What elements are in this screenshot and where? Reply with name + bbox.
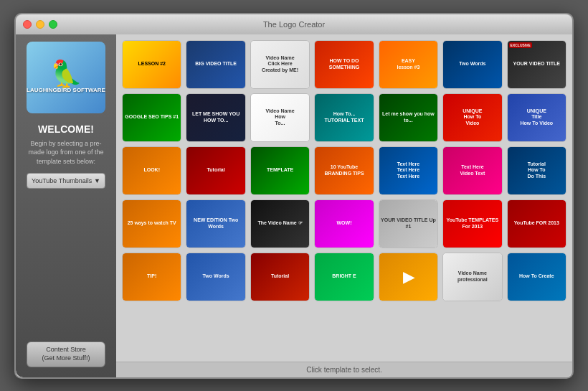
- template-thumbnail: TEMPLATE: [251, 147, 309, 194]
- template-thumbnail: 10 YouTube BRANDING TIPS: [315, 147, 373, 194]
- template-cell[interactable]: GOOGLE SEO TIPS #1: [122, 93, 181, 142]
- template-thumbnail: The Video Name ☞: [251, 200, 309, 248]
- template-cell[interactable]: YouTube FOR 2013: [507, 199, 566, 248]
- welcome-heading: WELCOME!: [38, 123, 94, 135]
- template-cell[interactable]: 10 YouTube BRANDING TIPS: [314, 146, 374, 195]
- template-thumbnail: LET ME SHOW YOU HOW TO...: [186, 94, 245, 141]
- template-cell[interactable]: LET ME SHOW YOU HOW TO...: [186, 93, 245, 142]
- template-cell[interactable]: UNIQUETitleHow To Video: [507, 93, 566, 142]
- template-thumbnail: Text HereText HereText Here: [379, 147, 437, 194]
- main-content: LESSON #2 BIG VIDEO TITLE Video NameClic…: [116, 34, 572, 377]
- template-thumbnail: ▶: [379, 253, 437, 301]
- template-thumbnail: Text HereVideo Text: [443, 147, 501, 194]
- template-cell[interactable]: Text HereText HereText Here: [379, 146, 438, 195]
- template-thumbnail: How To...TUTORIAL TEXT: [315, 94, 373, 141]
- template-thumbnail: Tutorial: [186, 147, 245, 194]
- template-thumbnail: NEW EDITION Two Words: [186, 200, 245, 248]
- template-thumbnail: YouTube TEMPLATES For 2013: [443, 200, 501, 248]
- template-cell[interactable]: How To...TUTORIAL TEXT: [314, 93, 374, 142]
- template-cell[interactable]: YouTube TEMPLATES For 2013: [442, 199, 502, 248]
- title-bar: The Logo Creator: [16, 14, 572, 34]
- template-thumbnail: WOW!: [315, 200, 373, 248]
- content-store-button[interactable]: Content Store (Get More Stuff!): [27, 341, 105, 367]
- template-cell[interactable]: Tutorial: [250, 253, 310, 301]
- template-cell[interactable]: Video Nameprofessional: [442, 253, 502, 301]
- template-thumbnail: LESSON #2: [123, 41, 181, 88]
- content-store-label: Content Store (Get More Stuff!): [42, 346, 90, 362]
- template-thumbnail: 25 ways to watch TV: [123, 200, 181, 248]
- template-thumbnail: Tutorial: [251, 253, 309, 301]
- template-cell[interactable]: TIP!: [122, 253, 181, 301]
- template-thumbnail: EXCLUSIVE YOUR VIDEO TITLE: [508, 41, 566, 88]
- instructions-text: Begin by selecting a pre-made logo from …: [23, 139, 109, 166]
- template-cell[interactable]: LOOK!: [122, 146, 181, 195]
- template-cell[interactable]: LESSON #2: [122, 40, 181, 89]
- templates-grid-area: LESSON #2 BIG VIDEO TITLE Video NameClic…: [116, 34, 572, 362]
- template-cell[interactable]: BIG VIDEO TITLE: [186, 40, 245, 89]
- template-cell[interactable]: Let me show you how to...: [379, 93, 438, 142]
- template-thumbnail: Video Nameprofessional: [443, 253, 501, 301]
- template-thumbnail: TIP!: [123, 253, 181, 301]
- logo-text: LAUGHINGBIRD SOFTWARE: [27, 87, 105, 94]
- template-thumbnail: Two Words: [443, 41, 501, 88]
- minimize-button[interactable]: [36, 20, 44, 29]
- template-thumbnail: EASYlesson #3: [379, 41, 437, 88]
- template-thumbnail: Video NameHowTo...: [251, 94, 309, 141]
- parrot-icon: 🦜: [50, 61, 82, 87]
- template-cell[interactable]: The Video Name ☞: [250, 199, 310, 248]
- chevron-down-icon: ▼: [94, 177, 100, 184]
- logo-area: 🦜 LAUGHINGBIRD SOFTWARE: [27, 42, 105, 113]
- status-text: Click template to select.: [306, 366, 382, 374]
- template-thumbnail: YOUR VIDEO TITLE Up #1: [379, 200, 437, 248]
- template-thumbnail: Let me show you how to...: [379, 94, 437, 141]
- app-window: The Logo Creator 🦜 LAUGHINGBIRD SOFTWARE…: [14, 13, 574, 379]
- template-thumbnail: HOW TO DO SOMETHING: [315, 41, 373, 88]
- template-cell[interactable]: EASYlesson #3: [379, 40, 438, 89]
- template-thumbnail: TutorialHow ToDo This: [508, 147, 566, 194]
- template-thumbnail: UNIQUETitleHow To Video: [508, 94, 566, 141]
- template-cell[interactable]: TutorialHow ToDo This: [507, 146, 566, 195]
- template-thumbnail: BRIGHT E: [315, 253, 373, 301]
- template-thumbnail: Two Words: [186, 253, 245, 301]
- template-thumbnail: YouTube FOR 2013: [508, 200, 566, 248]
- maximize-button[interactable]: [49, 20, 57, 29]
- template-cell[interactable]: Tutorial: [186, 146, 245, 195]
- templates-grid: LESSON #2 BIG VIDEO TITLE Video NameClic…: [122, 40, 566, 301]
- template-cell[interactable]: How To Create: [507, 253, 566, 301]
- template-cell[interactable]: Video NameHowTo...: [250, 93, 310, 142]
- window-body: 🦜 LAUGHINGBIRD SOFTWARE WELCOME! Begin b…: [16, 34, 572, 377]
- template-cell[interactable]: Text HereVideo Text: [442, 146, 502, 195]
- template-cell[interactable]: NEW EDITION Two Words: [186, 199, 245, 248]
- status-bar: Click template to select.: [116, 362, 572, 377]
- template-thumbnail: BIG VIDEO TITLE: [186, 41, 245, 88]
- template-thumbnail: How To Create: [508, 253, 566, 301]
- template-cell[interactable]: BRIGHT E: [314, 253, 374, 301]
- template-thumbnail: Video NameClick HereCreated by ME!: [251, 41, 309, 88]
- sidebar: 🦜 LAUGHINGBIRD SOFTWARE WELCOME! Begin b…: [16, 34, 116, 377]
- template-cell[interactable]: HOW TO DO SOMETHING: [314, 40, 374, 89]
- template-cell[interactable]: YOUR VIDEO TITLE Up #1: [379, 199, 438, 248]
- template-set-dropdown[interactable]: YouTube Thumbnails ▼: [27, 173, 105, 189]
- template-cell[interactable]: Video NameClick HereCreated by ME!: [250, 40, 310, 89]
- template-thumbnail: GOOGLE SEO TIPS #1: [123, 94, 181, 141]
- template-cell[interactable]: 25 ways to watch TV: [122, 199, 181, 248]
- dropdown-label: YouTube Thumbnails: [32, 177, 92, 184]
- close-button[interactable]: [23, 20, 32, 29]
- template-cell[interactable]: Two Words: [186, 253, 245, 301]
- template-thumbnail: LOOK!: [123, 147, 181, 194]
- window-title: The Logo Creator: [263, 20, 325, 29]
- template-cell[interactable]: UNIQUEHow ToVideo: [442, 93, 502, 142]
- template-cell[interactable]: ▶: [379, 253, 438, 301]
- template-cell[interactable]: EXCLUSIVE YOUR VIDEO TITLE: [507, 40, 566, 89]
- template-cell[interactable]: TEMPLATE: [250, 146, 310, 195]
- traffic-lights: [23, 20, 57, 29]
- template-cell[interactable]: Two Words: [442, 40, 502, 89]
- template-thumbnail: UNIQUEHow ToVideo: [443, 94, 501, 141]
- template-cell[interactable]: WOW!: [314, 199, 374, 248]
